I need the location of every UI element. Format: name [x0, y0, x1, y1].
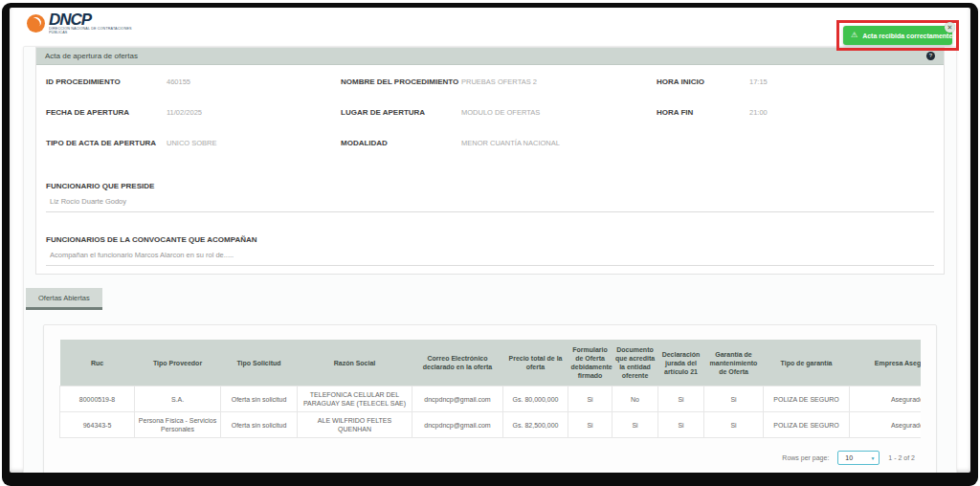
tab-ofertas-abiertas[interactable]: Ofertas Abiertas: [26, 288, 102, 310]
table-header-row: Ruc Tipo Proveedor Tipo Solicitud Razón …: [60, 340, 922, 387]
cell-precio: Gs. 80,000,000: [503, 387, 568, 412]
acta-panel-header: Acta de apertura de ofertas ?: [36, 48, 944, 65]
companions-value: Acompañan el funcionario Marcos Alarcon …: [46, 251, 934, 266]
cell-formulario: Si: [568, 412, 612, 438]
main-container: Acta de apertura de ofertas ? ID PROCEDI…: [23, 46, 957, 473]
screenshot-frame: DNCP DIRECCIÓN NACIONAL DE CONTRATACIONE…: [2, 3, 978, 486]
presider-label: FUNCIONARIO QUE PRESIDE: [46, 182, 934, 190]
cell-correo: dncpdncp@gmail.com: [412, 387, 503, 412]
field-nombre-procedimiento: NOMBRE DEL PROCEDIMIENTO PRUEBAS OFERTAS…: [341, 77, 657, 94]
cell-ruc: 964343-5: [60, 412, 135, 438]
cell-empresa: Aseguradora: [850, 387, 922, 412]
acta-form-grid: ID PROCEDIMIENTO 460155 NOMBRE DEL PROCE…: [36, 65, 944, 159]
field-hora-fin: HORA FIN 21:00: [657, 108, 934, 124]
header-cell-razon-social: Razón Social: [298, 340, 412, 387]
cell-correo: dncpdncp@gmail.com: [412, 412, 503, 438]
cell-tipo-garantia: POLIZA DE SEGURO: [764, 387, 850, 412]
rows-per-page-label: Rows per page:: [782, 454, 829, 461]
brand-subtitle: DIRECCIÓN NACIONAL DE CONTRATACIONES PÚB…: [49, 28, 138, 33]
header-cell-tipo-solicitud: Tipo Solicitud: [221, 340, 298, 387]
cell-garantia: Si: [704, 412, 764, 438]
cell-tipo-proveedor: S.A.: [135, 387, 221, 412]
chevron-down-icon: ▼: [870, 455, 875, 461]
field-modalidad: MODALIDAD MENOR CUANTÍA NACIONAL: [341, 139, 657, 155]
cell-empresa: Aseguradora: [850, 412, 922, 438]
rows-per-page-value: 10: [845, 454, 853, 461]
cell-tipo-garantia: POLIZA DE SEGURO: [764, 412, 850, 438]
rows-per-page-select[interactable]: 10 ▼: [837, 451, 880, 465]
app-header: DNCP DIRECCIÓN NACIONAL DE CONTRATACIONE…: [10, 8, 970, 46]
header-cell-empresa: Empresa Aseguradora: [850, 340, 922, 387]
header-cell-tipo-proveedor: Tipo Proveedor: [135, 340, 221, 387]
field-hora-inicio: HORA INICIO 17:15: [657, 77, 934, 94]
tab-bar: Ofertas Abiertas: [26, 287, 956, 310]
cell-razon-social: ALE WILFRIDO FELTES QUENHAN: [298, 412, 412, 438]
panel-title: Acta de apertura de ofertas: [45, 52, 138, 60]
header-cell-declaracion: Declaración jurada del artículo 21: [658, 340, 704, 387]
dncp-logo[interactable]: DNCP DIRECCIÓN NACIONAL DE CONTRATACIONE…: [27, 12, 151, 37]
header-cell-correo: Correo Electrónico declarado en la ofert…: [412, 340, 503, 387]
cell-documento: Si: [612, 412, 658, 438]
annotation-highlight-box: ⚠ Acta recibida correctamente. ✕: [836, 20, 959, 51]
cell-razon-social: TELEFONICA CELULAR DEL PARAGUAY SAE (TEL…: [298, 387, 412, 412]
offers-table-card: Ruc Tipo Proveedor Tipo Solicitud Razón …: [43, 324, 937, 473]
close-icon[interactable]: ✕: [945, 22, 955, 33]
cell-tipo-solicitud: Oferta sin solicitud: [221, 387, 298, 412]
header-cell-ruc: Ruc: [60, 340, 135, 387]
field-id-procedimiento: ID PROCEDIMIENTO 460155: [46, 77, 341, 94]
cell-ruc: 80000519-8: [60, 387, 135, 412]
header-cell-documento: Documento que acredita la entidad oferen…: [612, 340, 658, 387]
pagination-range: 1 - 2 of 2: [888, 454, 915, 461]
toast-success: ⚠ Acta recibida correctamente. ✕: [843, 26, 952, 45]
companions-label: FUNCIONARIOS DE LA CONVOCANTE QUE ACOMPA…: [46, 235, 934, 244]
companions-section: FUNCIONARIOS DE LA CONVOCANTE QUE ACOMPA…: [36, 235, 944, 266]
cell-formulario: Si: [568, 387, 612, 412]
field-lugar-apertura: LUGAR DE APERTURA MODULO DE OFERTAS: [341, 108, 657, 124]
field-tipo-acta: TIPO DE ACTA DE APERTURA UNICO SOBRE: [46, 139, 341, 155]
app-window: DNCP DIRECCIÓN NACIONAL DE CONTRATACIONE…: [10, 8, 970, 473]
cell-declaracion: Si: [658, 412, 704, 438]
cell-tipo-solicitud: Oferta sin solicitud: [221, 412, 298, 438]
table-row: 80000519-8 S.A. Oferta sin solicitud TEL…: [60, 387, 922, 412]
cell-documento: No: [612, 387, 658, 412]
cell-tipo-proveedor: Persona Física - Servicios Personales: [135, 412, 221, 438]
presider-value: Liz Rocío Duarte Godoy: [46, 197, 934, 212]
toast-message: Acta recibida correctamente.: [862, 33, 954, 39]
pagination: Rows per page: 10 ▼ 1 - 2 of 2: [59, 451, 921, 465]
header-cell-tipo-garantia: Tipo de garantía: [764, 340, 850, 387]
table-row: 964343-5 Persona Física - Servicios Pers…: [60, 412, 922, 438]
brand-name: DNCP: [49, 12, 192, 28]
presider-section: FUNCIONARIO QUE PRESIDE Liz Rocío Duarte…: [36, 182, 944, 212]
field-empty: [657, 139, 934, 155]
field-fecha-apertura: FECHA DE APERTURA 11/02/2025: [46, 108, 341, 124]
acta-panel: Acta de apertura de ofertas ? ID PROCEDI…: [35, 47, 945, 275]
dncp-logo-icon: [27, 14, 45, 33]
header-cell-garantia: Garantía de mantenimiento de Oferta: [704, 340, 764, 387]
header-cell-precio: Precio total de la oferta: [503, 340, 568, 387]
header-cell-formulario: Formulario de Oferta debidamente firmado: [568, 340, 612, 387]
offers-table: Ruc Tipo Proveedor Tipo Solicitud Razón …: [59, 340, 921, 438]
help-icon[interactable]: ?: [926, 52, 935, 60]
cell-precio: Gs. 82,500,000: [503, 412, 568, 438]
cell-declaracion: Si: [658, 387, 704, 412]
warning-icon: ⚠: [851, 32, 858, 39]
offers-table-clip: Ruc Tipo Proveedor Tipo Solicitud Razón …: [59, 340, 921, 438]
cell-garantia: Si: [704, 387, 764, 412]
